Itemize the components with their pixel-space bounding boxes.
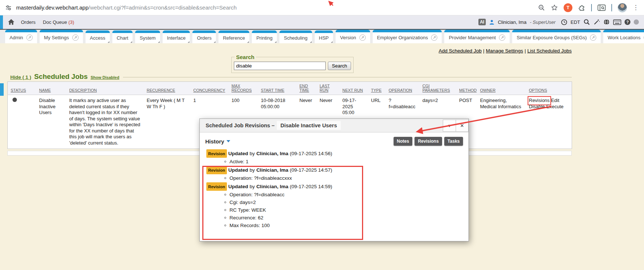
column-header-operation[interactable]: OPERATION [386, 82, 420, 95]
link-add-scheduled-job[interactable]: Add Scheduled Job [439, 48, 482, 54]
tab-version[interactable]: Version↗ [336, 30, 370, 43]
tab-scheduling[interactable]: Scheduling [279, 30, 312, 43]
bullet-icon [224, 201, 226, 203]
tab-body: Scheduling [279, 33, 312, 43]
home-icon[interactable] [8, 19, 14, 25]
tab-accent [86, 30, 110, 33]
column-header-options[interactable]: OPTIONS [526, 82, 572, 95]
tab-label: Chart [117, 35, 129, 41]
modal-title-job-name: Disable Inactive Users [277, 121, 341, 130]
search-icon[interactable] [583, 19, 590, 25]
tab-label: System [140, 35, 155, 41]
column-header-status[interactable]: STATUS [8, 82, 36, 95]
browser-menu-icon[interactable]: ⋮ [633, 4, 639, 11]
column-header-label: NEXT RUN [343, 88, 363, 92]
url-text[interactable]: masterdaily.dev.webchart.app/webchart.cg… [16, 4, 237, 11]
search-button[interactable]: Search [328, 62, 351, 70]
revision-connector: by [250, 151, 255, 156]
nav-doc-queue[interactable]: Doc Queue (3) [43, 19, 74, 25]
user-role: - SuperUser [530, 19, 556, 25]
extension-t-icon[interactable]: T [564, 3, 572, 12]
modal-button-revisions[interactable]: Revisions [415, 137, 442, 146]
extensions-puzzle-icon[interactable] [578, 4, 586, 11]
ai-badge[interactable]: AI [478, 19, 486, 25]
modal-button-tasks[interactable]: Tasks [444, 137, 463, 146]
tab-printing[interactable]: Printing [252, 30, 277, 43]
tab-access[interactable]: Access [86, 30, 110, 43]
keyboard-icon[interactable] [613, 19, 621, 25]
tab-reference[interactable]: Reference [218, 30, 249, 43]
tab-similar-exposure-groups-segs[interactable]: Similar Exposure Groups (SEGs)↗ [512, 30, 601, 43]
modal-titlebar[interactable]: Scheduled Job Revisions – Disable Inacti… [200, 119, 468, 132]
scheduled-jobs-header: Hide ( 1 ) Scheduled Jobs Show Disabled [10, 73, 572, 81]
doc-queue-label: Doc Queue [43, 19, 67, 25]
tab-provider-management[interactable]: Provider Management↗ [444, 30, 510, 43]
bullet-icon [224, 194, 226, 196]
user-name[interactable]: Clinician, Ima [498, 19, 527, 25]
tab-hsp[interactable]: HSP [315, 30, 333, 43]
revision-entry: RevisionUpdatedbyClinician, Ima(09-17-20… [206, 166, 371, 174]
column-header-label: METHOD [459, 88, 477, 92]
link-separator: | [483, 48, 485, 54]
column-header-description[interactable]: DESCRIPTION [66, 82, 144, 95]
profile-avatar[interactable] [618, 3, 627, 12]
tab-employer-organizations[interactable]: Employer Organizations↗ [373, 30, 442, 43]
column-header-name[interactable]: NAME [36, 82, 66, 95]
column-header-label: START TIME [261, 88, 285, 92]
tab-body: HSP [315, 33, 333, 43]
column-header-recurrence[interactable]: RECURRENCE [144, 82, 191, 95]
tab-body: My Settings↗ [40, 32, 83, 43]
bullet-icon [224, 177, 226, 179]
help-icon[interactable]: ? [625, 19, 630, 25]
modal-close-button[interactable]: ✕ [456, 120, 468, 131]
column-header-label: MAX RECORDS [232, 84, 252, 92]
link-list-scheduled-jobs[interactable]: List Scheduled Jobs [527, 48, 572, 54]
admin-tab-bar: Admin↗My Settings↗AccessChartSystemInter… [0, 29, 644, 43]
side-search-icon[interactable] [597, 4, 606, 11]
option-link-edit[interactable]: Edit [551, 98, 559, 104]
tab-label: HSP [319, 35, 329, 41]
column-header-cgi-parameters[interactable]: CGI PARAMETERS [420, 82, 456, 95]
modal-dropdown-button[interactable]: ▾ [443, 120, 456, 131]
globe-icon[interactable] [603, 19, 610, 25]
bullet-icon [224, 225, 226, 226]
zoom-icon[interactable] [538, 4, 545, 11]
tab-chart[interactable]: Chart [112, 30, 133, 43]
tab-body: Interface [163, 33, 190, 43]
tab-my-settings[interactable]: My Settings↗ [40, 30, 83, 43]
column-header-type[interactable]: TYPE [368, 82, 386, 95]
tab-body: Employer Organizations↗ [373, 32, 442, 43]
hide-link[interactable]: Hide ( 1 ) [10, 74, 31, 80]
column-header-max-records[interactable]: MAX RECORDS [229, 82, 258, 95]
show-disabled-link[interactable]: Show Disabled [91, 75, 119, 80]
revision-connector: by [250, 167, 255, 173]
tab-system[interactable]: System [135, 30, 160, 43]
tab-admin[interactable]: Admin↗ [5, 30, 37, 43]
history-toggle[interactable]: History [205, 138, 224, 145]
revision-history-list: RevisionUpdatedbyClinician, Ima(09-17-20… [205, 149, 371, 229]
bookmark-star-icon[interactable] [551, 4, 558, 11]
column-header-method[interactable]: METHOD [456, 82, 477, 95]
external-link-icon: ↗ [431, 34, 437, 41]
nav-orders[interactable]: Orders [21, 19, 36, 25]
search-input[interactable] [234, 62, 326, 70]
column-header-last-run[interactable]: LAST RUN [317, 82, 340, 95]
tab-orders[interactable]: Orders [192, 30, 216, 43]
column-header-owner[interactable]: OWNER [477, 82, 526, 95]
magic-wand-icon[interactable] [593, 19, 600, 25]
column-header-end-time[interactable]: END TIME [297, 82, 317, 95]
column-header-next-run[interactable]: NEXT RUN [340, 82, 368, 95]
option-link-revisions[interactable]: Revisions [529, 98, 550, 104]
option-link-disable[interactable]: Disable [529, 104, 545, 110]
column-header-label: RECURRENCE [147, 88, 176, 92]
link-manage-settings[interactable]: Manage Settings [486, 48, 523, 54]
column-header-start-time[interactable]: START TIME [258, 82, 297, 95]
column-header-concurrency[interactable]: CONCURRENCY [191, 82, 229, 95]
tab-interface[interactable]: Interface [163, 30, 190, 43]
tab-accent [512, 30, 601, 32]
option-link-execute[interactable]: Execute [546, 104, 564, 110]
external-link-icon: ↗ [499, 34, 505, 41]
tab-work-locations[interactable]: Work Locations↗ [603, 30, 644, 43]
site-settings-icon[interactable] [5, 4, 12, 11]
modal-button-notes[interactable]: Notes [394, 137, 412, 146]
